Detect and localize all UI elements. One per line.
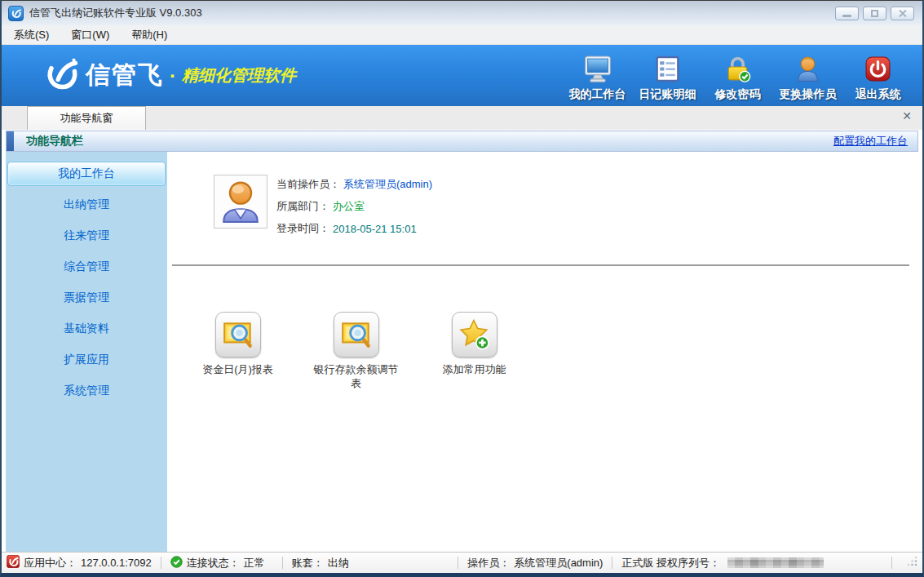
lock-check-icon [723,55,752,87]
tab-label: 功能导航窗 [60,111,113,126]
app-logo-icon [8,6,24,21]
sidebar: 我的工作台 出纳管理 往来管理 综合管理 票据管理 基础资料 扩展应用 系统管理 [6,152,167,552]
connection-ok-icon [170,556,183,570]
menu-window[interactable]: 窗口(W) [71,28,109,42]
brand-separator: · [170,64,176,87]
connection-value: 正常 [244,556,265,570]
maximize-icon [871,10,878,17]
report-search-icon [334,312,379,357]
maximize-button[interactable] [863,7,886,20]
login-time-value: 2018-05-21 15:01 [333,223,417,235]
close-tab-icon[interactable]: ✕ [902,110,912,122]
account-value: 出纳 [328,556,349,570]
status-app-center: 应用中心： 127.0.0.1:7092 [7,555,152,570]
status-operator-value: 系统管理员(admin) [514,556,603,570]
connection-label: 连接状态： [187,556,240,570]
nav-title-bar: 功能导航栏 配置我的工作台 [6,131,918,152]
toolbar-label: 我的工作台 [569,87,626,102]
status-separator [282,557,283,569]
tab-strip: 功能导航窗 ✕ [2,106,922,130]
shortcut-label: 添加常用功能 [443,363,506,377]
login-time-row: 登录时间： 2018-05-21 15:01 [276,221,432,236]
minimize-button[interactable] [835,7,859,20]
shortcut-add-favorite[interactable]: 添加常用功能 [415,312,533,391]
menu-bar: 系统(S) 窗口(W) 帮助(H) [2,25,922,45]
shortcut-bank-reconciliation[interactable]: 银行存款余额调节表 [297,312,415,391]
title-bar: 信管飞出纳记账软件专业版 V9.0.303 [2,1,922,25]
toolbar-label: 日记账明细 [639,87,696,102]
operator-value: 系统管理员(admin) [343,177,432,192]
operator-row: 当前操作员： 系统管理员(admin) [276,177,432,192]
star-add-icon [452,312,497,357]
header-toolbar: 我的工作台 日记账明细 修改密码 更换操作员 [564,55,911,102]
sidebar-item-extensions[interactable]: 扩展应用 [7,348,166,372]
operator-label: 当前操作员： [276,177,340,192]
resize-grip-icon[interactable] [908,557,917,569]
report-search-icon [215,312,261,357]
status-separator [161,557,161,569]
license-serial-masked [727,557,824,568]
main-panel: 当前操作员： 系统管理员(admin) 所属部门： 办公室 登录时间： 2018… [167,152,922,552]
section-divider [172,264,909,266]
brand-name: 信管飞 [86,59,164,92]
minimize-icon [842,15,851,17]
shortcut-label: 资金日(月)报表 [202,363,273,377]
status-connection: 连接状态： 正常 [170,556,273,570]
status-separator [458,557,458,569]
shortcuts-row: 资金日(月)报表 银行存款余额调节表 添加常用功能 [179,312,922,391]
operator-info: 当前操作员： 系统管理员(admin) 所属部门： 办公室 登录时间： 2018… [276,175,432,243]
brand: 信管飞 · 精细化管理软件 [42,56,296,95]
toolbar-exit-system[interactable]: 退出系统 [845,55,911,102]
status-license: 正式版 授权序列号： [621,556,824,570]
toolbar-label: 退出系统 [855,87,901,102]
status-separator [612,557,612,569]
sidebar-item-comprehensive-mgmt[interactable]: 综合管理 [7,255,166,279]
sidebar-item-my-workbench[interactable]: 我的工作台 [7,162,166,186]
toolbar-label: 修改密码 [715,87,761,102]
close-icon [898,9,907,18]
tab-function-nav[interactable]: 功能导航窗 [27,106,146,130]
status-separator [891,557,892,569]
license-label: 正式版 授权序列号： [621,556,720,570]
user-icon [794,55,821,87]
accent-bar [7,131,14,151]
ledger-icon [654,55,681,87]
shortcut-label: 银行存款余额调节表 [313,363,400,391]
brand-tagline: 精细化管理软件 [182,64,296,87]
operator-profile: 当前操作员： 系统管理员(admin) 所属部门： 办公室 登录时间： 2018… [214,175,922,243]
sidebar-item-cashier-mgmt[interactable]: 出纳管理 [7,193,166,217]
app-header: 信管飞 · 精细化管理软件 我的工作台 日记账明细 修改密码 [2,45,922,106]
login-time-label: 登录时间： [276,221,329,236]
menu-system[interactable]: 系统(S) [14,28,49,42]
sidebar-item-bills-mgmt[interactable]: 票据管理 [7,286,166,310]
shortcut-daily-monthly-report[interactable]: 资金日(月)报表 [179,312,297,391]
brand-logo-icon [42,56,78,95]
account-label: 账套： [292,556,324,570]
app-center-label: 应用中心： [24,556,77,570]
status-account-set: 账套： 出纳 [292,556,349,570]
window-title: 信管飞出纳记账软件专业版 V9.0.303 [29,6,202,20]
toolbar-journal-detail[interactable]: 日记账明细 [634,55,701,102]
toolbar-change-password[interactable]: 修改密码 [705,55,771,102]
sidebar-item-system-mgmt[interactable]: 系统管理 [7,379,166,403]
department-value: 办公室 [333,199,365,214]
toolbar-my-workbench[interactable]: 我的工作台 [564,55,630,102]
monitor-icon [583,55,612,87]
configure-workbench-link[interactable]: 配置我的工作台 [833,134,908,149]
avatar [214,175,267,229]
department-row: 所属部门： 办公室 [276,199,432,214]
status-bar: 应用中心： 127.0.0.1:7092 连接状态： 正常 账套： 出纳 操作员… [2,552,922,573]
status-operator-label: 操作员： [467,556,510,570]
close-button[interactable] [891,7,914,20]
menu-help[interactable]: 帮助(H) [131,28,167,42]
power-icon [864,55,891,87]
status-operator: 操作员： 系统管理员(admin) [467,556,603,570]
window-controls [835,7,916,20]
sidebar-item-basic-data[interactable]: 基础资料 [7,317,166,341]
sidebar-item-transactions-mgmt[interactable]: 往来管理 [7,224,166,248]
app-logo-red-icon [7,555,20,570]
toolbar-switch-operator[interactable]: 更换操作员 [775,55,841,102]
toolbar-label: 更换操作员 [780,87,837,102]
department-label: 所属部门： [276,199,329,214]
app-window: 信管飞出纳记账软件专业版 V9.0.303 系统(S) 窗口(W) 帮助(H) … [0,0,924,577]
